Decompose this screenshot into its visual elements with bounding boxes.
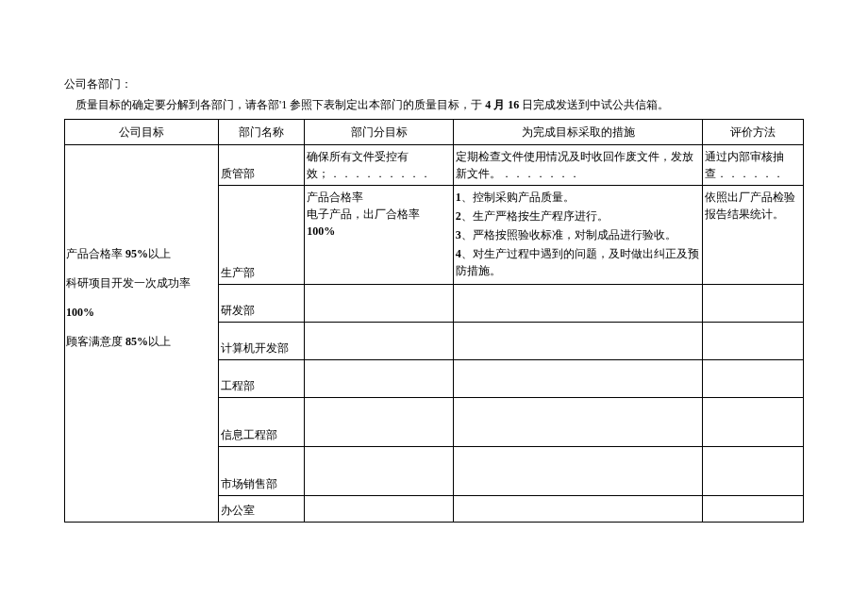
intro-date: 4 月 16	[485, 98, 519, 111]
eval-xx	[703, 398, 804, 447]
goal-3: 顾客满意度 85%以上	[66, 327, 216, 357]
measure-jsj	[453, 323, 702, 360]
intro-suffix: 日完成发送到中试公共信箱。	[519, 98, 669, 111]
dept-bgs: 办公室	[218, 496, 305, 523]
measure-qg: 定期检查文件使用情况及时收回作废文件，发放新文件。．．．．．．．	[453, 145, 702, 186]
measure-gc	[453, 360, 702, 398]
measure-yf	[453, 285, 702, 323]
eval-bgs	[703, 496, 804, 523]
quality-goal-table: 公司目标 部门名称 部门分目标 为完成目标采取的措施 评价方法 产品合格率 95…	[64, 119, 804, 523]
sub-jsj	[305, 323, 454, 360]
sub-gc	[305, 360, 454, 398]
goal-2-pre: 科研项目开发一次成功率	[66, 276, 191, 290]
goal-1-post: 以上	[148, 247, 171, 260]
m3-text: 、严格按照验收标准，对制成品进行验收。	[461, 228, 676, 241]
sub-bgs	[305, 496, 454, 523]
goal-2: 科研项目开发一次成功率 100%	[66, 269, 216, 327]
sub-sc-l2-pre: 电子产品，出厂合格率	[307, 207, 420, 221]
goal-3-pre: 顾客满意度	[66, 335, 125, 348]
goal-1-pre: 产品合格率	[66, 247, 125, 260]
m3: 3、严格按照验收标准，对制成品进行验收。	[456, 226, 700, 243]
table-header-row: 公司目标 部门名称 部门分目标 为完成目标采取的措施 评价方法	[65, 120, 804, 145]
measure-bgs	[453, 496, 702, 523]
sub-sc-l2-bold: 100%	[307, 224, 335, 238]
th-measures: 为完成目标采取的措施	[453, 120, 702, 145]
m1-text: 、控制采购产品质量。	[461, 191, 575, 204]
measure-xx	[453, 398, 702, 447]
goal-3-bold: 85%	[125, 335, 148, 348]
measure-sc2	[453, 447, 702, 496]
company-goal-cell: 产品合格率 95%以上 科研项目开发一次成功率 100% 顾客满意度 85%以上	[65, 145, 219, 523]
sub-sc-l2: 电子产品，出厂合格率 100%	[307, 206, 451, 240]
intro-line-2: 质量目标的确定要分解到各部门，请各部'1 参照下表制定出本部门的质量目标，于 4…	[64, 96, 804, 113]
eval-sc: 依照出厂产品检验报告结果统计。	[703, 186, 804, 285]
sub-sc-l1: 产品合格率	[307, 189, 451, 206]
dept-xx: 信息工程部	[218, 398, 305, 447]
intro-line-1: 公司各部门：	[64, 75, 804, 92]
th-eval: 评价方法	[703, 120, 804, 145]
eval-qg: 通过内部审核抽查．．．．．．	[703, 145, 804, 186]
intro-prefix: 质量目标的确定要分解到各部门，请各部'1 参照下表制定出本部门的质量目标，于	[75, 98, 485, 111]
sub-sc2	[305, 447, 454, 496]
goal-1-bold: 95%	[125, 247, 148, 260]
th-sub-goal: 部门分目标	[305, 120, 454, 145]
m4: 4、对生产过程中遇到的问题，及时做出纠正及预防措施。	[456, 245, 700, 279]
table-row: 产品合格率 95%以上 科研项目开发一次成功率 100% 顾客满意度 85%以上…	[65, 145, 804, 186]
eval-sc2	[703, 447, 804, 496]
sub-yf	[305, 285, 454, 323]
eval-jsj	[703, 323, 804, 360]
m1: 1、控制采购产品质量。	[456, 189, 700, 206]
dept-sc: 生产部	[218, 186, 305, 285]
sub-sc: 产品合格率 电子产品，出厂合格率 100%	[305, 186, 454, 285]
goal-2-bold: 100%	[66, 306, 94, 319]
m4-text: 、对生产过程中遇到的问题，及时做出纠正及预防措施。	[456, 247, 699, 277]
eval-gc	[703, 360, 804, 398]
th-company-goal: 公司目标	[65, 120, 219, 145]
eval-yf	[703, 285, 804, 323]
dept-jsj: 计算机开发部	[218, 323, 305, 360]
dept-sc2: 市场销售部	[218, 447, 305, 496]
dept-gc: 工程部	[218, 360, 305, 398]
m2: 2、生产严格按生产程序进行。	[456, 207, 700, 224]
sub-qg: 确保所有文件受控有效；．．．．．．．．．	[305, 145, 454, 186]
dept-yf: 研发部	[218, 285, 305, 323]
measure-sc: 1、控制采购产品质量。 2、生产严格按生产程序进行。 3、严格按照验收标准，对制…	[453, 186, 702, 285]
goal-1: 产品合格率 95%以上	[66, 240, 216, 269]
goal-3-post: 以上	[148, 335, 171, 348]
dept-qg: 质管部	[218, 145, 305, 186]
m2-text: 、生产严格按生产程序进行。	[461, 209, 609, 223]
th-dept-name: 部门名称	[218, 120, 305, 145]
sub-xx	[305, 398, 454, 447]
